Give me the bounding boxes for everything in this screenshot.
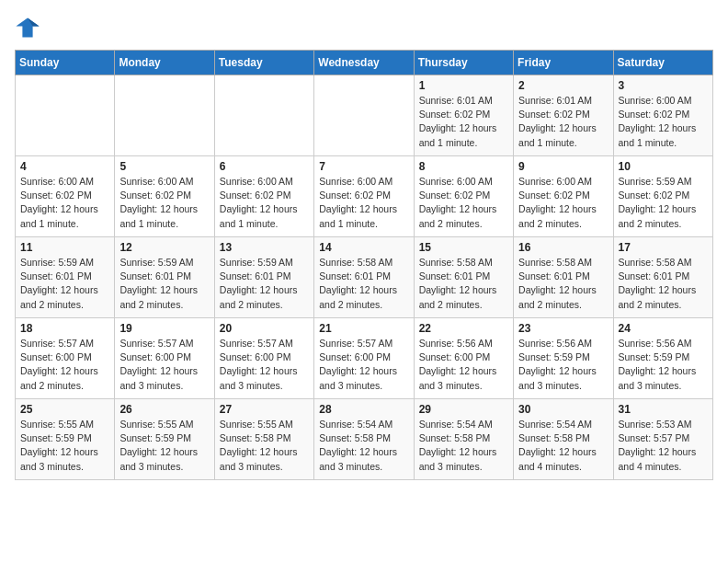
day-number: 19	[119, 322, 209, 335]
day-number: 7	[319, 160, 408, 173]
day-info: Sunrise: 6:01 AM Sunset: 6:02 PM Dayligh…	[518, 94, 608, 150]
svg-marker-0	[16, 18, 39, 38]
weekday-header-cell: Friday	[514, 51, 613, 75]
calendar-day-cell: 17Sunrise: 5:58 AM Sunset: 6:01 PM Dayli…	[613, 237, 712, 318]
day-info: Sunrise: 5:54 AM Sunset: 5:58 PM Dayligh…	[518, 418, 608, 474]
logo-bird-icon	[15, 15, 40, 40]
calendar-day-cell: 3Sunrise: 6:00 AM Sunset: 6:02 PM Daylig…	[613, 75, 712, 156]
calendar-day-cell	[115, 75, 214, 156]
day-number: 4	[20, 160, 109, 173]
weekday-header-cell: Monday	[115, 51, 214, 75]
day-number: 14	[319, 241, 408, 254]
day-number: 26	[119, 403, 209, 416]
weekday-header-cell: Wednesday	[314, 51, 414, 75]
day-number: 23	[518, 322, 608, 335]
weekday-header-row: SundayMondayTuesdayWednesdayThursdayFrid…	[16, 51, 713, 75]
day-info: Sunrise: 5:58 AM Sunset: 6:01 PM Dayligh…	[319, 256, 408, 312]
day-info: Sunrise: 6:00 AM Sunset: 6:02 PM Dayligh…	[518, 175, 608, 231]
calendar-day-cell: 11Sunrise: 5:59 AM Sunset: 6:01 PM Dayli…	[16, 237, 115, 318]
day-number: 28	[319, 403, 408, 416]
weekday-header-cell: Saturday	[613, 51, 712, 75]
calendar-day-cell: 24Sunrise: 5:56 AM Sunset: 5:59 PM Dayli…	[613, 318, 712, 399]
day-number: 13	[220, 241, 309, 254]
calendar-table: SundayMondayTuesdayWednesdayThursdayFrid…	[15, 50, 713, 480]
day-info: Sunrise: 5:57 AM Sunset: 6:00 PM Dayligh…	[20, 337, 109, 393]
day-info: Sunrise: 5:58 AM Sunset: 6:01 PM Dayligh…	[619, 256, 708, 312]
calendar-day-cell: 13Sunrise: 5:59 AM Sunset: 6:01 PM Dayli…	[214, 237, 313, 318]
calendar-week-row: 25Sunrise: 5:55 AM Sunset: 5:59 PM Dayli…	[16, 399, 713, 480]
day-info: Sunrise: 5:55 AM Sunset: 5:59 PM Dayligh…	[20, 418, 109, 474]
day-number: 10	[619, 160, 708, 173]
calendar-day-cell: 27Sunrise: 5:55 AM Sunset: 5:58 PM Dayli…	[214, 399, 313, 480]
calendar-day-cell: 16Sunrise: 5:58 AM Sunset: 6:01 PM Dayli…	[514, 237, 613, 318]
day-number: 8	[419, 160, 508, 173]
day-number: 18	[20, 322, 109, 335]
day-number: 31	[619, 403, 708, 416]
calendar-day-cell: 7Sunrise: 6:00 AM Sunset: 6:02 PM Daylig…	[314, 156, 414, 237]
calendar-week-row: 18Sunrise: 5:57 AM Sunset: 6:00 PM Dayli…	[16, 318, 713, 399]
weekday-header-cell: Sunday	[16, 51, 115, 75]
day-number: 30	[518, 403, 608, 416]
calendar-day-cell: 23Sunrise: 5:56 AM Sunset: 5:59 PM Dayli…	[514, 318, 613, 399]
day-info: Sunrise: 6:00 AM Sunset: 6:02 PM Dayligh…	[619, 94, 708, 150]
calendar-day-cell: 25Sunrise: 5:55 AM Sunset: 5:59 PM Dayli…	[16, 399, 115, 480]
day-info: Sunrise: 5:58 AM Sunset: 6:01 PM Dayligh…	[419, 256, 508, 312]
calendar-week-row: 1Sunrise: 6:01 AM Sunset: 6:02 PM Daylig…	[16, 75, 713, 156]
day-number: 20	[220, 322, 309, 335]
day-number: 22	[419, 322, 508, 335]
day-info: Sunrise: 6:00 AM Sunset: 6:02 PM Dayligh…	[319, 175, 408, 231]
calendar-day-cell: 9Sunrise: 6:00 AM Sunset: 6:02 PM Daylig…	[514, 156, 613, 237]
day-number: 11	[20, 241, 109, 254]
day-info: Sunrise: 5:54 AM Sunset: 5:58 PM Dayligh…	[419, 418, 508, 474]
day-info: Sunrise: 6:01 AM Sunset: 6:02 PM Dayligh…	[419, 94, 508, 150]
calendar-day-cell: 19Sunrise: 5:57 AM Sunset: 6:00 PM Dayli…	[115, 318, 214, 399]
calendar-day-cell: 5Sunrise: 6:00 AM Sunset: 6:02 PM Daylig…	[115, 156, 214, 237]
calendar-day-cell: 30Sunrise: 5:54 AM Sunset: 5:58 PM Dayli…	[514, 399, 613, 480]
day-info: Sunrise: 6:00 AM Sunset: 6:02 PM Dayligh…	[119, 175, 209, 231]
day-info: Sunrise: 5:55 AM Sunset: 5:58 PM Dayligh…	[220, 418, 309, 474]
calendar-day-cell: 31Sunrise: 5:53 AM Sunset: 5:57 PM Dayli…	[613, 399, 712, 480]
page-header	[15, 15, 713, 40]
logo	[15, 15, 42, 40]
calendar-day-cell: 26Sunrise: 5:55 AM Sunset: 5:59 PM Dayli…	[115, 399, 214, 480]
day-number: 12	[119, 241, 209, 254]
day-info: Sunrise: 6:00 AM Sunset: 6:02 PM Dayligh…	[20, 175, 109, 231]
day-info: Sunrise: 5:54 AM Sunset: 5:58 PM Dayligh…	[319, 418, 408, 474]
day-info: Sunrise: 5:55 AM Sunset: 5:59 PM Dayligh…	[119, 418, 209, 474]
day-info: Sunrise: 5:57 AM Sunset: 6:00 PM Dayligh…	[319, 337, 408, 393]
calendar-week-row: 11Sunrise: 5:59 AM Sunset: 6:01 PM Dayli…	[16, 237, 713, 318]
day-number: 29	[419, 403, 508, 416]
calendar-day-cell: 21Sunrise: 5:57 AM Sunset: 6:00 PM Dayli…	[314, 318, 414, 399]
day-info: Sunrise: 5:59 AM Sunset: 6:01 PM Dayligh…	[119, 256, 209, 312]
day-number: 5	[119, 160, 209, 173]
weekday-header-cell: Tuesday	[214, 51, 313, 75]
calendar-day-cell	[314, 75, 414, 156]
day-number: 16	[518, 241, 608, 254]
day-info: Sunrise: 5:59 AM Sunset: 6:01 PM Dayligh…	[220, 256, 309, 312]
day-info: Sunrise: 5:56 AM Sunset: 6:00 PM Dayligh…	[419, 337, 508, 393]
day-number: 3	[619, 79, 708, 92]
calendar-day-cell	[16, 75, 115, 156]
calendar-day-cell: 2Sunrise: 6:01 AM Sunset: 6:02 PM Daylig…	[514, 75, 613, 156]
day-info: Sunrise: 5:59 AM Sunset: 6:02 PM Dayligh…	[619, 175, 708, 231]
day-info: Sunrise: 5:58 AM Sunset: 6:01 PM Dayligh…	[518, 256, 608, 312]
day-number: 2	[518, 79, 608, 92]
day-number: 24	[619, 322, 708, 335]
day-number: 6	[220, 160, 309, 173]
day-info: Sunrise: 5:53 AM Sunset: 5:57 PM Dayligh…	[619, 418, 708, 474]
calendar-day-cell	[214, 75, 313, 156]
day-info: Sunrise: 5:56 AM Sunset: 5:59 PM Dayligh…	[619, 337, 708, 393]
calendar-day-cell: 8Sunrise: 6:00 AM Sunset: 6:02 PM Daylig…	[414, 156, 513, 237]
calendar-day-cell: 14Sunrise: 5:58 AM Sunset: 6:01 PM Dayli…	[314, 237, 414, 318]
day-number: 25	[20, 403, 109, 416]
day-number: 17	[619, 241, 708, 254]
calendar-day-cell: 15Sunrise: 5:58 AM Sunset: 6:01 PM Dayli…	[414, 237, 513, 318]
calendar-day-cell: 18Sunrise: 5:57 AM Sunset: 6:00 PM Dayli…	[16, 318, 115, 399]
calendar-week-row: 4Sunrise: 6:00 AM Sunset: 6:02 PM Daylig…	[16, 156, 713, 237]
calendar-day-cell: 12Sunrise: 5:59 AM Sunset: 6:01 PM Dayli…	[115, 237, 214, 318]
calendar-day-cell: 29Sunrise: 5:54 AM Sunset: 5:58 PM Dayli…	[414, 399, 513, 480]
calendar-day-cell: 22Sunrise: 5:56 AM Sunset: 6:00 PM Dayli…	[414, 318, 513, 399]
day-number: 27	[220, 403, 309, 416]
calendar-day-cell: 10Sunrise: 5:59 AM Sunset: 6:02 PM Dayli…	[613, 156, 712, 237]
day-number: 9	[518, 160, 608, 173]
